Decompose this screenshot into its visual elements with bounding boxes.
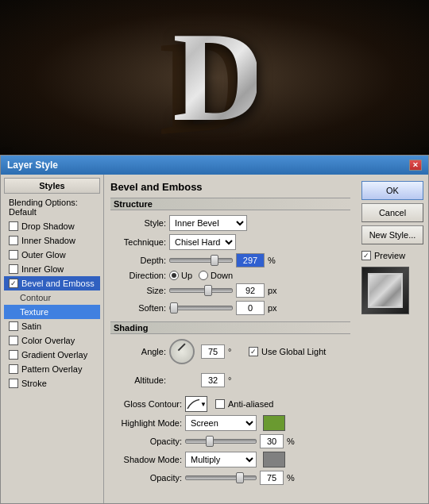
shadow-mode-row: Shadow Mode: Multiply Normal Screen xyxy=(110,452,350,467)
altitude-degree: ° xyxy=(228,375,241,385)
contour-label: Contour xyxy=(20,293,51,302)
new-style-button[interactable]: New Style... xyxy=(361,225,423,244)
sidebar-item-contour[interactable]: Contour xyxy=(4,290,100,305)
sidebar-item-color-overlay[interactable]: Color Overlay xyxy=(4,333,100,348)
styles-header[interactable]: Styles xyxy=(4,178,100,194)
inner-shadow-label: Inner Shadow xyxy=(21,236,75,245)
gradient-overlay-checkbox[interactable] xyxy=(9,350,18,360)
gloss-contour-row: Gloss Contour: ▼ Anti-aliased xyxy=(110,396,350,412)
angle-label: Angle: xyxy=(110,347,166,356)
highlight-opacity-unit: % xyxy=(287,437,300,446)
style-preview-box xyxy=(361,267,409,314)
size-slider[interactable] xyxy=(169,288,233,293)
preview-image: D D xyxy=(0,0,429,155)
depth-input[interactable] xyxy=(236,253,265,267)
outer-glow-label: Outer Glow xyxy=(21,250,66,260)
sidebar-item-outer-glow[interactable]: Outer Glow xyxy=(4,248,100,262)
soften-input[interactable] xyxy=(236,301,265,315)
title-bar-buttons: ✕ xyxy=(409,160,422,171)
layer-style-dialog: Layer Style ✕ Styles Blending Options: D… xyxy=(0,155,429,504)
anti-aliased-label[interactable]: Anti-aliased xyxy=(215,399,273,409)
cancel-button[interactable]: Cancel xyxy=(361,203,423,222)
depth-slider[interactable] xyxy=(169,258,233,263)
shadow-color-swatch[interactable] xyxy=(263,452,285,467)
sidebar-item-bevel-emboss[interactable]: ✓ Bevel and Emboss xyxy=(4,276,100,290)
soften-row: Soften: px xyxy=(110,301,350,315)
contour-curve-icon xyxy=(186,398,199,410)
highlight-mode-label: Highlight Mode: xyxy=(110,418,182,428)
inner-glow-checkbox[interactable] xyxy=(9,264,18,274)
sidebar-item-drop-shadow[interactable]: Drop Shadow xyxy=(4,219,100,233)
highlight-color-swatch[interactable] xyxy=(263,415,285,431)
size-unit: px xyxy=(268,286,280,295)
preview-toggle[interactable]: ✓ Preview xyxy=(361,251,423,260)
soften-slider[interactable] xyxy=(169,306,233,310)
soften-slider-thumb xyxy=(170,302,178,314)
technique-row: Technique: Chisel Hard Smooth Chisel Sof… xyxy=(110,234,350,250)
sidebar-item-blending-options[interactable]: Blending Options: Default xyxy=(4,195,100,219)
altitude-input[interactable] xyxy=(201,373,225,387)
ok-button[interactable]: OK xyxy=(361,181,423,200)
style-select[interactable]: Inner Bevel Outer Bevel Emboss Pillow Em… xyxy=(169,215,247,231)
preview-label: Preview xyxy=(374,251,405,260)
pattern-overlay-label: Pattern Overlay xyxy=(21,364,82,374)
satin-checkbox[interactable] xyxy=(9,321,18,331)
angle-input[interactable] xyxy=(201,344,225,359)
bevel-emboss-label: Bevel and Emboss xyxy=(21,279,95,288)
highlight-mode-select[interactable]: Screen Normal Multiply xyxy=(185,415,257,431)
stroke-label: Stroke xyxy=(21,379,47,388)
size-input[interactable] xyxy=(236,283,265,298)
size-label: Size: xyxy=(110,286,166,295)
color-overlay-checkbox[interactable] xyxy=(9,336,18,345)
sidebar-item-inner-glow[interactable]: Inner Glow xyxy=(4,262,100,276)
altitude-label: Altitude: xyxy=(110,375,166,385)
shadow-opacity-row: Opacity: % xyxy=(110,471,350,485)
close-button[interactable]: ✕ xyxy=(409,160,422,171)
direction-up-item[interactable]: Up xyxy=(169,271,192,280)
direction-row: Direction: Up Down xyxy=(110,271,350,280)
stroke-checkbox[interactable] xyxy=(9,379,18,388)
sidebar-item-pattern-overlay[interactable]: Pattern Overlay xyxy=(4,362,100,376)
depth-slider-thumb xyxy=(211,255,218,266)
dialog-title: Layer Style xyxy=(7,160,58,171)
gloss-contour-label: Gloss Contour: xyxy=(110,399,182,409)
highlight-opacity-slider[interactable] xyxy=(185,439,257,444)
gloss-contour-preview[interactable]: ▼ xyxy=(185,396,207,412)
satin-label: Satin xyxy=(21,321,41,331)
texture-label: Texture xyxy=(20,307,48,317)
anti-aliased-text: Anti-aliased xyxy=(228,399,273,409)
direction-up-label: Up xyxy=(181,271,192,280)
angle-dial[interactable] xyxy=(169,339,195,364)
preview-checkbox[interactable]: ✓ xyxy=(361,251,371,260)
dialog-content: Styles Blending Options: Default Drop Sh… xyxy=(1,175,428,503)
outer-glow-checkbox[interactable] xyxy=(9,250,18,260)
depth-label: Depth: xyxy=(110,256,166,265)
anti-aliased-checkbox[interactable] xyxy=(215,399,225,409)
far-right-panel: OK Cancel New Style... ✓ Preview xyxy=(357,175,428,503)
inner-shadow-checkbox[interactable] xyxy=(9,236,18,245)
global-light-label[interactable]: ✓ Use Global Light xyxy=(249,347,326,356)
technique-select[interactable]: Chisel Hard Smooth Chisel Soft xyxy=(169,234,236,250)
shadow-opacity-input[interactable] xyxy=(260,471,284,485)
sidebar-item-inner-shadow[interactable]: Inner Shadow xyxy=(4,233,100,248)
shadow-opacity-unit: % xyxy=(287,473,300,483)
highlight-opacity-input[interactable] xyxy=(260,434,284,448)
sidebar-item-stroke[interactable]: Stroke xyxy=(4,376,100,391)
depth-row: Depth: % xyxy=(110,253,350,267)
pattern-overlay-checkbox[interactable] xyxy=(9,364,18,374)
direction-down-radio[interactable] xyxy=(199,271,208,280)
inner-glow-label: Inner Glow xyxy=(21,264,64,274)
drop-shadow-checkbox[interactable] xyxy=(9,221,18,231)
angle-row: Angle: ° ✓ Use Global Light xyxy=(110,339,350,364)
shadow-opacity-slider[interactable] xyxy=(185,475,257,480)
global-light-checkbox[interactable]: ✓ xyxy=(249,347,258,356)
highlight-opacity-thumb xyxy=(206,436,214,447)
direction-up-radio[interactable] xyxy=(169,271,179,280)
sidebar-item-gradient-overlay[interactable]: Gradient Overlay xyxy=(4,348,100,362)
shadow-mode-select[interactable]: Multiply Normal Screen xyxy=(185,452,257,467)
bevel-emboss-checkbox[interactable]: ✓ xyxy=(9,279,18,288)
sidebar-item-satin[interactable]: Satin xyxy=(4,319,100,333)
color-overlay-label: Color Overlay xyxy=(21,336,75,345)
sidebar-item-texture[interactable]: Texture xyxy=(4,305,100,319)
direction-down-item[interactable]: Down xyxy=(199,271,233,280)
